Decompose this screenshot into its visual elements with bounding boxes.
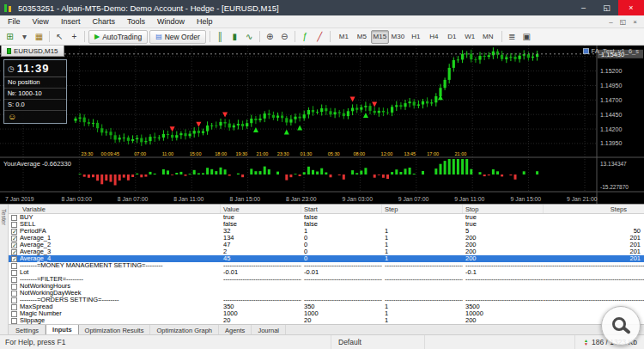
checkbox[interactable] bbox=[11, 304, 17, 310]
close-button[interactable]: × bbox=[618, 0, 644, 15]
checkbox[interactable] bbox=[11, 284, 17, 290]
menu-charts[interactable]: Charts bbox=[86, 17, 121, 26]
checkbox[interactable]: ✓ bbox=[11, 249, 17, 255]
objects-icon[interactable]: ╱ bbox=[313, 30, 327, 44]
zoom-in-icon[interactable]: ⊕ bbox=[263, 30, 277, 44]
depth-of-market-icon[interactable]: ≣ bbox=[505, 30, 519, 44]
cell-name: PeriodFA bbox=[20, 228, 221, 235]
new-order-icon: ▤ bbox=[155, 33, 162, 40]
checkbox[interactable] bbox=[11, 291, 17, 297]
menu-insert[interactable]: Insert bbox=[55, 17, 87, 26]
timeframe-m5-button[interactable]: M5 bbox=[353, 30, 371, 44]
tester-row-average-4[interactable]: ✓Average_44501200201 bbox=[9, 255, 644, 262]
minimize-button[interactable]: – bbox=[572, 0, 595, 15]
menu-tools[interactable]: Tools bbox=[121, 17, 151, 26]
timeframe-mn-button[interactable]: MN bbox=[479, 30, 497, 44]
tester-row-slippage[interactable]: Slippage20201200 bbox=[9, 317, 644, 324]
timeframe-m30-button[interactable]: M30 bbox=[389, 30, 407, 44]
toolbar-separator bbox=[501, 31, 502, 42]
toolbox-icon[interactable]: ▣ bbox=[519, 30, 534, 44]
tester-row-filter[interactable]: --------=FILTER=------------------------… bbox=[9, 276, 644, 283]
checkbox[interactable] bbox=[11, 311, 17, 317]
tester-row-average-1[interactable]: ✓Average_113401200201 bbox=[9, 235, 644, 242]
column-start[interactable]: Start bbox=[301, 205, 382, 213]
timeframe-h1-button[interactable]: H1 bbox=[407, 30, 425, 44]
menu-file[interactable]: File bbox=[2, 17, 27, 26]
svg-text:21:00: 21:00 bbox=[455, 151, 467, 156]
tester-row-buy[interactable]: BUYtruefalsetrue bbox=[9, 214, 644, 221]
new-order-button[interactable]: ▤New Order bbox=[149, 30, 206, 44]
checkbox[interactable]: ✓ bbox=[11, 242, 17, 248]
cell-val: 2 bbox=[221, 248, 301, 255]
new-chart-icon[interactable]: ⊞ bbox=[3, 30, 17, 44]
checkbox[interactable] bbox=[11, 270, 17, 276]
tester-row-periodfa[interactable]: ✓PeriodFA3211550 bbox=[9, 228, 644, 235]
cell-name: Lot bbox=[20, 269, 221, 276]
timeframe-m15-button[interactable]: M15 bbox=[371, 30, 389, 44]
toolbar-separator bbox=[259, 31, 260, 42]
cell-step: 1 bbox=[382, 248, 463, 255]
cell-start: 1000 bbox=[301, 310, 382, 317]
candle-icon bbox=[7, 48, 11, 54]
tester-row-lot[interactable]: Lot-0.01-0.01-0.1 bbox=[9, 269, 644, 276]
column-variable[interactable]: Variable bbox=[9, 205, 221, 213]
bar-chart-icon[interactable]: ║ bbox=[213, 30, 228, 44]
column-value[interactable]: Value bbox=[221, 205, 301, 213]
zoom-overlay-button[interactable] bbox=[601, 306, 641, 346]
column-step[interactable]: Step bbox=[382, 205, 463, 213]
menu-help[interactable]: Help bbox=[191, 17, 219, 26]
timeframe-m1-button[interactable]: M1 bbox=[335, 30, 353, 44]
status-help-text: For Help, press F1 bbox=[0, 338, 331, 346]
cell-steps: ----------------------------------------… bbox=[544, 262, 644, 269]
menu-window[interactable]: Window bbox=[151, 17, 191, 26]
checkbox[interactable] bbox=[11, 318, 17, 324]
timeframe-h4-button[interactable]: H4 bbox=[425, 30, 443, 44]
checkbox[interactable] bbox=[11, 222, 17, 228]
checkbox[interactable]: ✓ bbox=[11, 256, 17, 262]
chart-tab-eurusd-m15[interactable]: EURUSD,M15 bbox=[1, 46, 64, 57]
autotrading-button[interactable]: ▶AutoTrading bbox=[88, 30, 148, 44]
cell-start: 0 bbox=[301, 248, 382, 255]
tester-row-sell[interactable]: SELLfalsefalsetrue bbox=[9, 221, 644, 228]
column-steps[interactable]: Steps bbox=[544, 205, 644, 213]
child-minimize-button[interactable]: – bbox=[609, 18, 612, 26]
line-chart-icon[interactable]: ∿ bbox=[242, 30, 257, 44]
cell-stop: true bbox=[463, 214, 544, 221]
svg-text:1.15200: 1.15200 bbox=[600, 68, 622, 74]
tester-row-maxspread[interactable]: MaxSpread35035013500 bbox=[9, 303, 644, 310]
svg-text:00:09:45: 00:09:45 bbox=[101, 151, 119, 156]
tester-caption[interactable]: Tester bbox=[0, 205, 9, 334]
cell-stop: ----------------------------------------… bbox=[463, 297, 544, 303]
timeframe-w1-button[interactable]: W1 bbox=[461, 30, 479, 44]
checkbox[interactable] bbox=[11, 297, 17, 303]
tester-row-average-3[interactable]: ✓Average_3201200201 bbox=[9, 248, 644, 255]
zoom-out-icon[interactable]: ⊖ bbox=[277, 30, 292, 44]
chart-list-dropdown-icon[interactable]: ▾ bbox=[17, 30, 32, 44]
status-profile[interactable]: Default bbox=[331, 335, 425, 349]
checkbox[interactable] bbox=[11, 263, 17, 269]
svg-text:9 Jan 21:00: 9 Jan 21:00 bbox=[567, 196, 598, 202]
restore-button[interactable]: ◱ bbox=[595, 0, 618, 15]
tester-row-magic-number[interactable]: Magic Number10001000110000 bbox=[9, 310, 644, 317]
tester-row-money-management-setting[interactable]: --------=MONEY MANAGEMENT SETTING=------… bbox=[9, 262, 644, 269]
column-stop[interactable]: Stop bbox=[463, 205, 544, 213]
menu-view[interactable]: View bbox=[27, 17, 55, 26]
tester-row-notworkingdayweek[interactable]: NotWorkingDayWeek bbox=[9, 290, 644, 297]
crosshair-icon[interactable]: + bbox=[67, 30, 82, 44]
timeframe-d1-button[interactable]: D1 bbox=[443, 30, 461, 44]
checkbox[interactable] bbox=[11, 215, 17, 221]
indicators-icon[interactable]: ƒ bbox=[298, 30, 313, 44]
checkbox[interactable] bbox=[11, 277, 17, 283]
cell-step: 1 bbox=[382, 228, 463, 235]
checkbox[interactable]: ✓ bbox=[11, 236, 17, 242]
child-restore-button[interactable]: ◱ bbox=[620, 18, 627, 26]
tester-row-average-2[interactable]: ✓Average_24701200201 bbox=[9, 242, 644, 248]
profiles-icon[interactable]: ▦ bbox=[32, 30, 46, 44]
cursor-icon[interactable]: ↖ bbox=[52, 30, 67, 44]
svg-text:-15.227870: -15.227870 bbox=[600, 184, 629, 190]
candlestick-chart-icon[interactable]: ▮ bbox=[228, 30, 242, 44]
child-close-button[interactable]: × bbox=[633, 18, 637, 26]
checkbox[interactable]: ✓ bbox=[11, 229, 17, 235]
tester-row-orders-setting[interactable]: --------=ORDERS SETTING=----------------… bbox=[9, 297, 644, 303]
tester-row-notworkinghours[interactable]: NotWorkingHours bbox=[9, 283, 644, 290]
